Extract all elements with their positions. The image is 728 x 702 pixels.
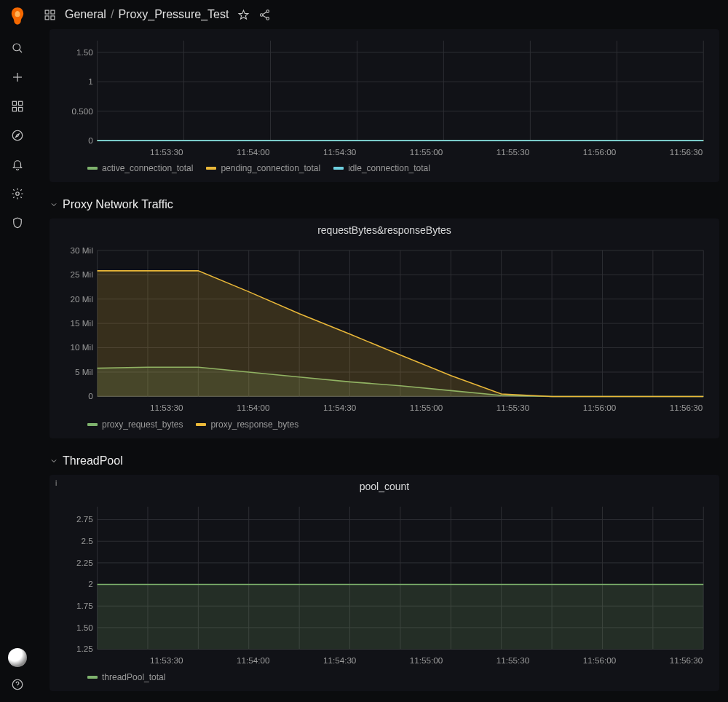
search-icon[interactable]: [10, 41, 25, 55]
svg-point-0: [13, 44, 20, 51]
grafana-logo-icon[interactable]: [7, 6, 28, 26]
svg-text:10 Mil: 10 Mil: [71, 343, 93, 352]
row-title-network: Proxy Network Traffic: [63, 198, 173, 211]
svg-text:11:56:30: 11:56:30: [670, 655, 703, 665]
legend-item[interactable]: proxy_response_bytes: [196, 419, 298, 430]
svg-text:2.5: 2.5: [82, 536, 93, 545]
star-icon[interactable]: [237, 9, 250, 21]
svg-text:2: 2: [88, 580, 93, 589]
legend-label: proxy_request_bytes: [102, 419, 183, 430]
svg-text:11:54:30: 11:54:30: [323, 147, 357, 157]
row-header-threadpool[interactable]: ThreadPool: [50, 447, 719, 475]
svg-text:25 Mil: 25 Mil: [71, 270, 93, 280]
svg-text:11:54:00: 11:54:00: [237, 403, 270, 412]
legend-item[interactable]: idle_connection_total: [333, 163, 430, 173]
share-icon[interactable]: [258, 9, 271, 21]
svg-text:11:56:00: 11:56:00: [583, 147, 617, 157]
svg-point-18: [266, 9, 269, 12]
row-title-threadpool: ThreadPool: [63, 454, 123, 468]
legend-threadpool: threadPool_total: [58, 668, 711, 685]
gear-icon[interactable]: [10, 186, 25, 201]
bell-icon[interactable]: [10, 157, 25, 172]
svg-text:11:54:30: 11:54:30: [323, 655, 357, 665]
legend-item[interactable]: proxy_request_bytes: [87, 419, 183, 430]
content: 00.50011.5011:53:3011:54:0011:54:3011:55…: [35, 29, 728, 702]
svg-marker-9: [16, 134, 20, 138]
svg-point-19: [261, 13, 264, 16]
svg-text:1: 1: [88, 76, 93, 86]
dashboards-icon[interactable]: [10, 99, 25, 114]
svg-rect-4: [12, 101, 16, 105]
help-icon[interactable]: [10, 677, 25, 692]
breadcrumb[interactable]: General / Proxy_Pressure_Test: [65, 8, 229, 21]
legend-label: pending_connection_total: [221, 163, 320, 173]
svg-text:11:56:00: 11:56:00: [583, 655, 617, 665]
svg-text:1.50: 1.50: [76, 47, 93, 57]
svg-text:0: 0: [88, 392, 93, 401]
svg-text:11:56:30: 11:56:30: [670, 147, 703, 157]
svg-text:11:55:00: 11:55:00: [410, 147, 443, 157]
topbar: General / Proxy_Pressure_Test: [35, 0, 728, 29]
breadcrumb-dashboard[interactable]: Proxy_Pressure_Test: [118, 8, 229, 21]
svg-text:11:56:00: 11:56:00: [583, 403, 617, 412]
legend-label: idle_connection_total: [348, 163, 430, 173]
chart-threadpool[interactable]: 1.251.501.7522.252.52.7511:53:3011:54:00…: [58, 501, 711, 668]
svg-text:5 Mil: 5 Mil: [75, 367, 93, 376]
legend-item[interactable]: threadPool_total: [87, 672, 165, 682]
chart-network[interactable]: 05 Mil10 Mil15 Mil20 Mil25 Mil30 Mil11:5…: [58, 245, 711, 415]
svg-point-20: [266, 17, 269, 20]
plus-icon[interactable]: [10, 70, 25, 84]
compass-icon[interactable]: [10, 128, 25, 143]
svg-text:11:54:30: 11:54:30: [323, 403, 357, 412]
svg-text:1.25: 1.25: [76, 644, 93, 654]
svg-text:11:53:30: 11:53:30: [150, 655, 183, 665]
svg-rect-16: [51, 15, 55, 19]
shield-icon[interactable]: [10, 216, 25, 230]
svg-line-21: [263, 12, 266, 14]
svg-text:11:54:00: 11:54:00: [237, 147, 270, 157]
legend-item[interactable]: active_connection_total: [87, 163, 193, 173]
legend-connections: active_connection_total pending_connecti…: [58, 159, 711, 176]
avatar[interactable]: [8, 648, 27, 667]
svg-text:2.75: 2.75: [76, 515, 93, 524]
svg-point-8: [12, 130, 23, 141]
svg-text:11:55:00: 11:55:00: [410, 403, 443, 412]
panel-title-network: requestBytes&responseBytes: [50, 218, 719, 239]
legend-label: threadPool_total: [102, 672, 165, 682]
chart-connections[interactable]: 00.50011.5011:53:3011:54:0011:54:3011:55…: [58, 35, 711, 159]
panel-network: requestBytes&responseBytes 05 Mil10 Mil1…: [50, 218, 719, 438]
breadcrumb-folder[interactable]: General: [65, 8, 106, 21]
svg-text:0.500: 0.500: [72, 106, 94, 116]
svg-text:15 Mil: 15 Mil: [71, 318, 93, 328]
svg-point-10: [16, 192, 20, 196]
svg-line-1: [19, 50, 22, 52]
svg-text:1.75: 1.75: [76, 601, 93, 610]
svg-text:30 Mil: 30 Mil: [71, 245, 93, 255]
svg-marker-17: [240, 10, 249, 19]
info-icon[interactable]: i: [55, 479, 64, 488]
svg-line-22: [263, 15, 266, 17]
panel-threadpool: i pool_count 1.251.501.7522.252.52.7511:…: [50, 475, 719, 691]
svg-point-12: [17, 687, 18, 687]
sidebar: [0, 0, 35, 702]
panel-title-threadpool: pool_count: [50, 475, 719, 495]
svg-text:11:53:30: 11:53:30: [150, 147, 183, 157]
svg-text:0: 0: [88, 135, 93, 145]
svg-text:11:55:30: 11:55:30: [496, 655, 530, 665]
panel-connections: 00.50011.5011:53:3011:54:0011:54:3011:55…: [50, 29, 719, 182]
svg-text:11:55:30: 11:55:30: [496, 403, 530, 412]
svg-text:11:55:00: 11:55:00: [410, 655, 443, 665]
svg-rect-5: [19, 101, 23, 105]
svg-rect-14: [51, 10, 55, 14]
chevron-down-icon: [50, 457, 58, 465]
legend-item[interactable]: pending_connection_total: [206, 163, 320, 173]
main: General / Proxy_Pressure_Test 00.50011.5…: [35, 0, 728, 702]
svg-rect-15: [45, 15, 49, 19]
legend-label: active_connection_total: [102, 163, 193, 173]
svg-text:2.25: 2.25: [76, 558, 93, 567]
legend-network: proxy_request_bytes proxy_response_bytes: [58, 415, 711, 433]
svg-text:11:55:30: 11:55:30: [496, 147, 530, 157]
dashboards-grid-icon[interactable]: [44, 9, 56, 21]
svg-rect-6: [12, 108, 16, 111]
row-header-network[interactable]: Proxy Network Traffic: [50, 191, 719, 218]
